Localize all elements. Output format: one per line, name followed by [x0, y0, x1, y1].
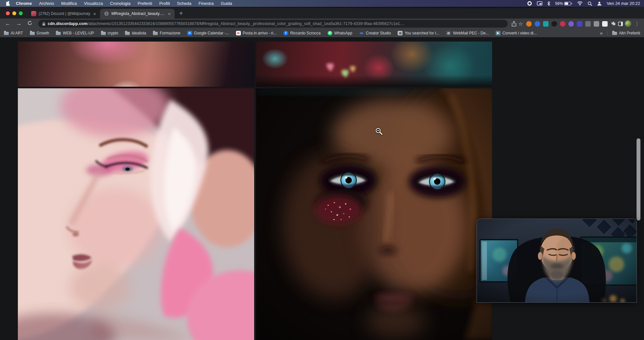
bookmarks-overflow-chevron[interactable]: »	[600, 31, 603, 36]
bluetooth-icon[interactable]	[547, 1, 550, 6]
extension-icon[interactable]	[551, 21, 557, 27]
extensions-puzzle-icon[interactable]	[611, 21, 616, 26]
tab-discord[interactable]: (2762) Discord | @Midjourney ×	[27, 9, 100, 19]
tab-close-icon[interactable]: ×	[167, 11, 171, 17]
minimize-window-button[interactable]	[12, 11, 16, 15]
tab-title: (2762) Discord | @Midjourney	[39, 11, 90, 16]
menu-item[interactable]: Cronologia	[106, 1, 134, 6]
macos-menu-bar: Chrome ArchivioModificaVisualizzaCronolo…	[0, 0, 644, 7]
bookmark-star-icon[interactable]: ☆	[518, 21, 523, 27]
bookmark-favicon	[56, 32, 61, 35]
bookmark-favicon: M	[236, 31, 241, 35]
bookmark-label: Creator Studio	[366, 31, 391, 35]
midjourney-grid-image-top-right[interactable]	[256, 42, 492, 87]
extension-icon[interactable]	[535, 21, 540, 27]
discord-favicon	[31, 11, 36, 16]
share-icon[interactable]	[512, 21, 516, 27]
menu-item[interactable]: Profili	[156, 1, 174, 6]
address-bar[interactable]: cdn.discordapp.com/attachments/101351233…	[38, 20, 508, 28]
bookmark-item[interactable]: Growth	[30, 31, 49, 35]
bookmark-item[interactable]: @ WebMail PEC - De...	[446, 31, 489, 35]
bookmarks-bar: AI ART Growth WEB - LEVEL-UP crypto idea…	[0, 29, 644, 37]
extension-icon[interactable]	[568, 21, 574, 27]
url-text: cdn.discordapp.com/attachments/101351233…	[48, 21, 404, 26]
forward-button[interactable]: →	[14, 20, 23, 27]
menu-item[interactable]: Scheda	[173, 1, 195, 6]
bookmark-item[interactable]: idealista	[125, 31, 146, 35]
bookmark-favicon: f	[283, 31, 288, 35]
bookmark-favicon	[125, 32, 130, 35]
bookmark-item[interactable]: crypto	[101, 31, 118, 35]
menu-item[interactable]: Preferiti	[134, 1, 156, 6]
extension-icon[interactable]	[543, 21, 549, 27]
url-path: /attachments/1013512335442333816/1088905…	[87, 21, 404, 26]
extension-icon[interactable]	[560, 21, 565, 27]
menubar-clock[interactable]: Ven 24 mar 20:22	[607, 1, 640, 6]
tab-image-attachment[interactable]: MRregista_Abstract_beauty._… ×	[100, 9, 175, 19]
midjourney-image-face-pink[interactable]	[18, 88, 254, 340]
reload-button[interactable]	[25, 20, 34, 27]
webcam-overlay	[477, 219, 637, 303]
new-tab-button[interactable]: +	[175, 10, 188, 19]
extension-icon[interactable]	[585, 21, 591, 27]
bookmark-item[interactable]: f Riccardo Scrocca	[283, 31, 321, 35]
tab-close-icon[interactable]: ×	[93, 11, 97, 17]
tab-title: MRregista_Abstract_beauty._…	[111, 11, 165, 16]
midjourney-grid-image-top-left[interactable]	[18, 42, 254, 87]
menu-item-app[interactable]: Chrome	[12, 1, 35, 6]
bookmark-item[interactable]: ▶ Converti i video di...	[496, 31, 537, 35]
bookmark-label: WhatsApp	[334, 31, 352, 35]
record-status-icon[interactable]	[527, 1, 532, 6]
extensions-row	[525, 21, 609, 27]
user-switch-icon[interactable]	[597, 1, 602, 6]
image-bottom-fade	[256, 75, 492, 87]
bookmark-label: Formazione	[160, 31, 180, 35]
spotlight-search-icon[interactable]	[588, 1, 592, 6]
menu-item[interactable]: Guida	[217, 1, 236, 6]
zoom-window-button[interactable]	[19, 11, 23, 15]
bookmark-item[interactable]: WEB - LEVEL-UP	[56, 31, 94, 35]
chrome-menu-icon[interactable]: ⋮	[633, 21, 641, 27]
wifi-icon[interactable]	[577, 1, 583, 6]
display-mirroring-icon[interactable]	[537, 1, 542, 6]
menu-item[interactable]: Modifica	[57, 1, 80, 6]
extension-icon[interactable]	[602, 21, 608, 27]
close-window-button[interactable]	[6, 11, 10, 15]
bookmark-label: Riccardo Scrocca	[290, 31, 321, 35]
bookmark-favicon: ▶	[496, 31, 501, 35]
bookmark-label: Growth	[37, 31, 49, 35]
bookmark-item[interactable]: 31 Google Calendar -...	[187, 31, 229, 35]
bookmark-label: WEB - LEVEL-UP	[63, 31, 94, 35]
bookmark-label: Converti i video di...	[502, 31, 537, 35]
apple-menu-icon[interactable]	[4, 1, 12, 6]
bookmark-label: crypto	[108, 31, 118, 35]
battery-indicator[interactable]: 56%	[555, 1, 572, 6]
bookmark-favicon	[30, 32, 35, 35]
profile-avatar[interactable]	[625, 20, 631, 27]
bookmark-favicon	[4, 32, 9, 35]
bookmark-label: idealista	[132, 31, 146, 35]
bookmark-item[interactable]: M Posta in arrivo - ri...	[236, 31, 277, 35]
bookmark-label: Google Calendar -...	[194, 31, 229, 35]
back-button[interactable]: ←	[3, 20, 12, 27]
menu-item[interactable]: Visualizza	[80, 1, 106, 6]
extension-icon[interactable]	[577, 21, 582, 27]
bookmark-item[interactable]: AI ART	[4, 31, 23, 35]
bookmark-item[interactable]: Formazione	[153, 31, 180, 35]
other-bookmarks-folder[interactable]: Altri Preferiti	[612, 31, 640, 35]
extension-icon[interactable]	[594, 21, 599, 27]
bookmark-favicon	[153, 32, 158, 35]
bookmark-item[interactable]: ∞ Creator Studio	[359, 31, 391, 35]
bookmark-item[interactable]: ▤ You searched for I...	[398, 31, 439, 35]
page-scrollbar-thumb[interactable]	[637, 138, 640, 220]
bookmark-favicon: 31	[187, 31, 192, 35]
bookmark-item[interactable]: ✆ WhatsApp	[328, 31, 352, 35]
menu-item[interactable]: Archivio	[35, 1, 57, 6]
menu-item[interactable]: Finestra	[195, 1, 217, 6]
extension-icon[interactable]	[526, 21, 532, 27]
url-domain: cdn.discordapp.com	[48, 21, 87, 26]
folder-icon	[612, 32, 617, 35]
side-panel-icon[interactable]	[618, 21, 623, 26]
midjourney-image-face-dark[interactable]	[256, 88, 492, 340]
bookmark-label: Posta in arrivo - ri...	[243, 31, 277, 35]
